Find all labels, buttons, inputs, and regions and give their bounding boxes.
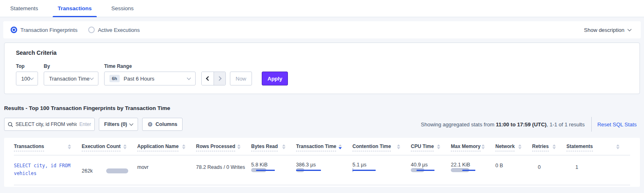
column-label: Statements — [566, 144, 593, 151]
sort-icon[interactable] — [397, 144, 400, 149]
chevron-right-icon — [217, 76, 221, 81]
transaction-fingerprint-link[interactable]: SELECT city, id FROM vehicles — [14, 163, 70, 176]
sort-icon[interactable] — [282, 144, 285, 149]
radio-active-executions[interactable]: Active Executions — [88, 27, 140, 33]
execution-count-value: 262k — [82, 168, 100, 174]
stats-prefix: Showing aggregated stats from — [421, 121, 496, 128]
view-toggle-band: Transaction Fingerprints Active Executio… — [3, 21, 641, 38]
time-range-badge: 6h — [109, 75, 120, 82]
now-button[interactable]: Now — [230, 72, 252, 85]
contention-time-value: 5.1 µs — [352, 162, 411, 168]
column-header-transactions[interactable]: Transactions — [14, 144, 82, 151]
sort-icon[interactable] — [553, 144, 556, 149]
time-range-field: Time Range 6h Past 6 Hours — [104, 63, 196, 85]
results-table-panel: Transactions Execution Count Application… — [4, 138, 640, 187]
stats-range: 11:00 to 17:59 (UTC) — [496, 121, 546, 128]
sort-icon[interactable] — [237, 144, 241, 149]
cell-execution-count: 262k — [82, 162, 137, 177]
column-label: Bytes Read — [251, 144, 278, 151]
filters-button[interactable]: Filters (0) — [99, 118, 138, 131]
sort-icon[interactable] — [68, 144, 71, 149]
aggregated-stats-text: Showing aggregated stats from 11:00 to 1… — [421, 121, 585, 128]
cell-transaction: SELECT city, id FROM vehicles — [14, 162, 82, 177]
cell-cpu-time: 40.9 µs — [411, 162, 451, 177]
column-label: Rows Processed — [196, 144, 235, 151]
max-memory-value: 22.1 KiB — [451, 162, 495, 168]
top-label: Top — [16, 63, 38, 69]
top-value: 100 — [21, 76, 30, 82]
radio-unselected-icon — [88, 27, 95, 33]
results-heading: Results - Top 100 Transaction Fingerprin… — [4, 105, 644, 111]
column-label: Network — [495, 144, 515, 151]
cell-rows-processed: 78.2 Reads / 0 Writes — [196, 162, 251, 177]
search-enter-hint: Enter — [79, 121, 91, 127]
column-label: Transactions — [14, 144, 44, 151]
column-header-cpu-time[interactable]: CPU Time — [411, 144, 451, 151]
table-header-row: Transactions Execution Count Application… — [14, 138, 630, 155]
chevron-down-icon — [187, 76, 191, 80]
sort-desc-icon[interactable] — [339, 144, 342, 149]
columns-button[interactable]: ⚙ Columns — [142, 118, 183, 131]
column-label: CPU Time — [411, 144, 434, 151]
cell-transaction-time: 386.3 µs — [296, 162, 352, 177]
column-header-statements[interactable]: Statements — [566, 144, 630, 151]
bytes-read-value: 5.8 KiB — [251, 162, 296, 168]
column-header-contention-time[interactable]: Contention Time — [352, 144, 411, 151]
column-header-transaction-time[interactable]: Transaction Time — [296, 144, 352, 151]
show-description-toggle[interactable]: Show description — [584, 27, 633, 33]
time-nav-group — [201, 72, 226, 85]
tab-transactions[interactable]: Transactions — [53, 0, 96, 17]
column-header-execution-count[interactable]: Execution Count — [82, 144, 137, 151]
cell-application-name: movr — [137, 162, 196, 177]
cell-bytes-read: 5.8 KiB — [251, 162, 296, 177]
tab-sessions[interactable]: Sessions — [107, 0, 139, 17]
column-header-bytes-read[interactable]: Bytes Read — [251, 144, 296, 151]
columns-label: Columns — [156, 121, 177, 127]
tab-statements[interactable]: Statements — [5, 0, 43, 17]
column-header-rows-processed[interactable]: Rows Processed — [196, 144, 251, 151]
column-header-max-memory[interactable]: Max Memory — [451, 144, 495, 151]
apply-button[interactable]: Apply — [262, 72, 288, 85]
table-row: SELECT city, id FROM vehicles 262k movr … — [14, 155, 630, 185]
time-next-button[interactable] — [214, 72, 225, 85]
reset-sql-stats-link[interactable]: Reset SQL Stats — [597, 121, 637, 128]
column-label: Transaction Time — [296, 144, 336, 151]
column-label: Contention Time — [352, 144, 391, 151]
time-range-select[interactable]: 6h Past 6 Hours — [104, 72, 196, 85]
cell-contention-time: 5.1 µs — [352, 162, 411, 177]
sort-icon[interactable] — [616, 144, 619, 149]
page-tabs: Statements Transactions Sessions — [0, 0, 644, 17]
column-label: Application Name — [137, 144, 178, 151]
column-label: Retries — [532, 144, 549, 151]
top-select[interactable]: 100 — [16, 72, 38, 85]
sort-icon[interactable] — [182, 144, 185, 149]
chevron-down-icon — [90, 76, 94, 80]
time-prev-button[interactable] — [202, 72, 214, 85]
sort-icon[interactable] — [518, 144, 521, 149]
cell-network: 0 B — [495, 162, 532, 177]
results-toolbar: SELECT city, id FROM vehicles W Enter Fi… — [4, 118, 640, 131]
search-input[interactable]: SELECT city, id FROM vehicles W Enter — [4, 118, 95, 131]
top-field: Top 100 — [16, 63, 38, 85]
sort-icon[interactable] — [481, 144, 485, 149]
by-field: By Transaction Time — [44, 63, 98, 85]
divider — [591, 117, 592, 132]
search-icon — [8, 122, 13, 127]
column-header-retries[interactable]: Retries — [532, 144, 566, 151]
radio-transaction-fingerprints[interactable]: Transaction Fingerprints — [11, 27, 78, 33]
cell-max-memory: 22.1 KiB — [451, 162, 495, 177]
gear-icon: ⚙ — [147, 121, 153, 127]
column-header-application-name[interactable]: Application Name — [137, 144, 196, 151]
radio-label: Transaction Fingerprints — [20, 27, 78, 33]
chevron-down-icon — [29, 76, 33, 80]
column-label: Execution Count — [82, 144, 120, 151]
time-range-value: Past 6 Hours — [124, 76, 154, 82]
cell-statements: 1 — [566, 162, 630, 177]
by-select[interactable]: Transaction Time — [44, 72, 98, 85]
radio-label: Active Executions — [98, 27, 140, 33]
filters-label: Filters (0) — [104, 121, 127, 127]
chevron-left-icon — [206, 76, 210, 81]
sort-icon[interactable] — [123, 144, 127, 149]
sort-icon[interactable] — [437, 144, 440, 149]
column-header-network[interactable]: Network — [495, 144, 532, 151]
